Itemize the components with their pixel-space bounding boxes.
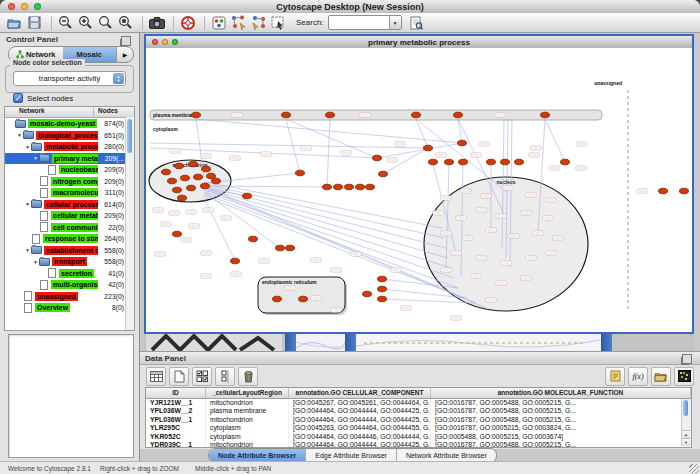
network-node[interactable] [373,155,382,161]
help-icon[interactable] [179,14,196,31]
table-cell[interactable]: [GO:0044464, GO:0044444, GO:0044425, G..… [289,441,431,448]
tree-row[interactable]: cellular metabol209(0) [5,210,134,222]
network-node[interactable] [326,112,335,118]
table-column-header[interactable]: annotation.GO CELLULAR_COMPONENT [289,388,431,399]
tree-scrollbar-thumb[interactable] [127,119,132,153]
tree-expand-icon[interactable]: ▼ [16,132,23,138]
background-window[interactable] [146,334,282,351]
network-node[interactable] [212,178,221,184]
attribute-matrix-icon[interactable] [674,367,694,386]
table-cell[interactable]: [GO:0045263, GO:0044464, GO:0044455, G..… [289,424,431,432]
network-node[interactable] [323,184,332,190]
network-edge[interactable] [377,143,462,158]
network-node[interactable] [378,296,387,302]
table-scroll-up-icon[interactable]: ▲ [682,430,690,438]
table-cell[interactable]: [GO:0005488, GO:0005215, GO:0003674] [431,433,691,441]
network-canvas[interactable]: plasma membranecytoplasmmitochondrionnuc… [146,48,692,332]
network-edge[interactable] [204,190,451,268]
tree-expand-icon[interactable]: ▼ [32,155,39,161]
tree-row[interactable]: macromolecule311(0) [5,187,134,199]
tree-expand-icon[interactable]: ▼ [24,201,31,207]
network-node[interactable] [541,112,550,118]
data-panel-header[interactable]: Data Panel [140,352,700,365]
network-node[interactable] [659,188,668,194]
network-node[interactable] [459,159,468,165]
table-column-header[interactable]: _cellularLayoutRegion [206,388,289,399]
network-node[interactable] [231,258,240,264]
network-node[interactable] [366,184,375,190]
network-node[interactable] [454,112,463,118]
network-node[interactable] [202,166,211,172]
search-dropdown-arrow-icon[interactable]: ▼ [389,16,401,29]
attribute-grid-icon[interactable] [146,367,166,386]
network-edge[interactable] [206,193,280,248]
delete-attribute-icon[interactable] [238,367,258,386]
table-cell[interactable]: mitochondrion [206,416,289,424]
tree-column-network[interactable]: Network [5,107,93,117]
window-resize-grip[interactable] [689,464,699,474]
network-node[interactable] [243,193,252,199]
network-node[interactable] [282,112,291,118]
network-node[interactable] [249,236,258,242]
network-node[interactable] [445,159,454,165]
network-node[interactable] [173,231,182,237]
table-cell[interactable]: cytoplasm [206,433,289,441]
window-titlebar[interactable]: Cytoscape Desktop (New Session) [0,0,700,14]
background-window[interactable] [356,334,601,351]
snapshot-icon[interactable] [148,14,165,31]
new-view-icon[interactable] [250,14,267,31]
network-node[interactable] [487,159,496,165]
tree-row[interactable]: ▼biological_process651(0) [5,130,134,142]
table-column-header[interactable]: ID [146,388,206,399]
table-cell[interactable]: [GO:0044464, GO:0044444, GO:0044425, G..… [289,416,431,424]
network-node[interactable] [192,112,201,118]
search-input[interactable]: ▼ [328,15,402,30]
network-node[interactable] [356,184,365,190]
tree-scrollbar[interactable] [125,117,134,330]
function-builder-icon[interactable]: f(x) [628,367,648,386]
table-scroll-down-icon[interactable]: ▼ [682,438,690,446]
select-mode-icon[interactable] [270,14,287,31]
network-node[interactable] [181,175,190,181]
table-scrollbar[interactable]: ▲ ▼ [681,399,690,446]
tree-expand-icon[interactable]: ▼ [24,144,31,150]
network-node[interactable] [501,159,510,165]
network-edge[interactable] [204,184,444,238]
table-cell[interactable]: [GO:0016787, GO:0005488, GO:0005215, G..… [431,416,691,424]
table-cell[interactable]: YJR121W__1 [146,399,206,407]
table-cell[interactable]: YPL036W__1 [146,416,206,424]
table-cell[interactable]: [GO:0016787, GO:0005488, GO:0005215, G..… [431,441,691,448]
zoom-out-icon[interactable] [57,14,74,31]
network-node[interactable] [194,174,203,180]
tree-row[interactable]: ▼establishment of lo558(0) [5,245,134,257]
tree-row[interactable]: secretion41(0) [5,268,134,280]
tree-row[interactable]: nucleobase-209(0) [5,164,134,176]
open-file-icon[interactable] [6,14,23,31]
hide-selected-icon[interactable] [230,14,247,31]
table-cell[interactable]: YKR052C [146,433,206,441]
tree-row[interactable]: unassigned223(0) [5,291,134,303]
tree-row[interactable]: ▼metabolic process280(0) [5,141,134,153]
network-node[interactable] [201,183,210,189]
table-scrollbar-thumb[interactable] [683,400,688,416]
select-nodes-checkbox[interactable]: ✓ [13,93,23,103]
network-node[interactable] [178,195,187,201]
table-cell[interactable]: [GO:0016787, GO:0005488, GO:0005215, G..… [431,407,691,415]
network-node[interactable] [429,159,438,165]
network-node[interactable] [424,145,433,151]
tree-row[interactable]: ▼primary metabo209(... [5,153,134,165]
dropdown-stepper-icon[interactable]: ▲▼ [113,73,124,84]
network-node[interactable] [345,184,354,190]
network-node[interactable] [276,245,285,251]
network-node[interactable] [378,286,387,292]
tree-row[interactable]: cell communicat22(0) [5,222,134,234]
table-cell[interactable]: mitochondrion [206,399,289,407]
network-node[interactable] [412,112,421,118]
zoom-selected-icon[interactable] [97,14,114,31]
save-session-icon[interactable] [26,14,43,31]
network-node[interactable] [334,184,343,190]
network-node[interactable] [273,296,282,302]
network-edge[interactable] [204,192,454,278]
zoom-in-icon[interactable] [77,14,94,31]
tabs-overflow-arrow[interactable]: ▶ [116,47,133,62]
